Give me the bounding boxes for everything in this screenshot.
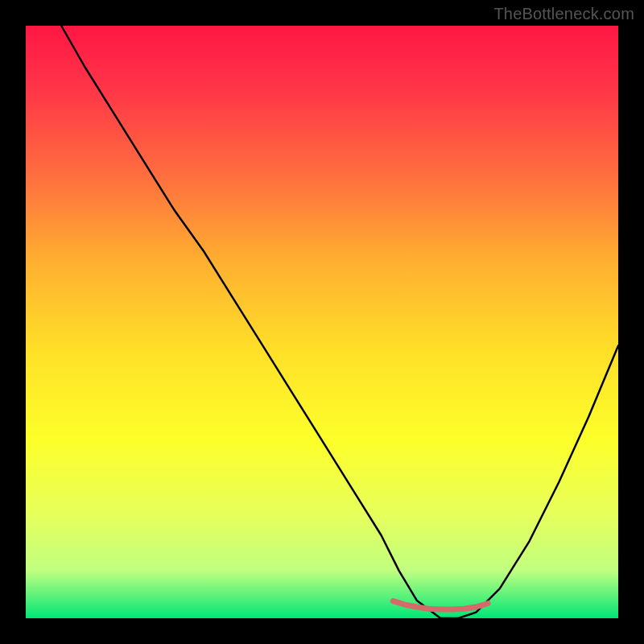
- chart-container: TheBottleneck.com: [0, 0, 644, 644]
- chart-svg: [0, 0, 644, 644]
- watermark-text: TheBottleneck.com: [493, 5, 634, 23]
